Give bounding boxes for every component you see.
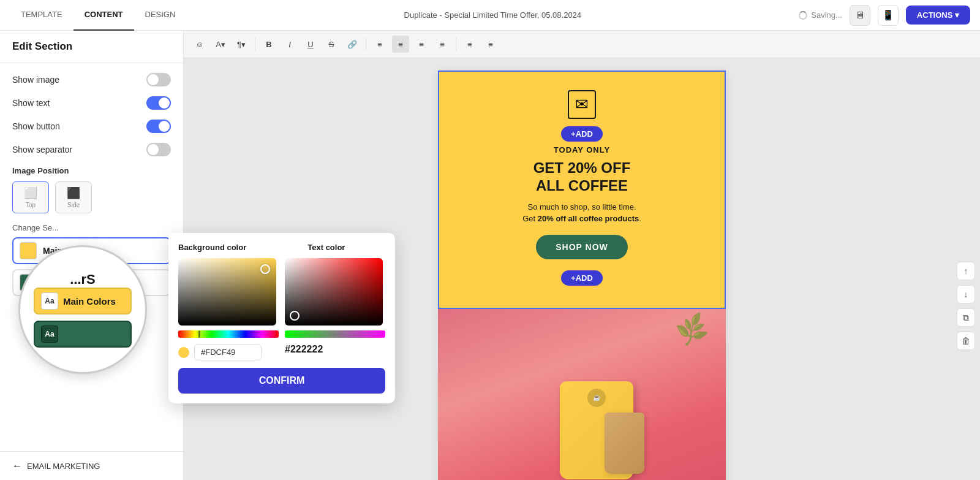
show-text-label: Show text — [12, 98, 50, 108]
bg-hex-input[interactable] — [194, 344, 262, 360]
show-image-label: Show image — [12, 75, 59, 85]
toolbar-bold-btn[interactable]: B — [260, 36, 277, 53]
sidebar: Edit Section Show image Show text Show b… — [0, 31, 184, 480]
add-btn-top-area: +ADD — [464, 123, 700, 145]
bg-color-input-row — [178, 344, 279, 360]
show-button-label: Show button — [12, 121, 60, 131]
color-gradients: #222222 — [178, 258, 385, 360]
image-pos-top-icon: ⬜ — [24, 186, 37, 200]
nav-copy-button[interactable]: ⧉ — [957, 308, 975, 327]
email-headline: GET 20% OFF ALL COFFEE — [464, 159, 700, 195]
text-saturation-strip[interactable] — [285, 330, 385, 338]
nav-up-button[interactable]: ↑ — [957, 262, 975, 280]
nav-down-button[interactable]: ↓ — [957, 285, 975, 303]
show-separator-label: Show separator — [12, 145, 72, 154]
toolbar-list-unordered-btn[interactable]: ≡ — [482, 36, 499, 53]
show-image-toggle[interactable] — [146, 73, 171, 86]
top-bar: TEMPLATE CONTENT DESIGN Duplicate - Spec… — [0, 0, 980, 31]
desktop-view-button[interactable]: 🖥 — [850, 5, 870, 26]
toolbar-divider-2 — [366, 38, 366, 50]
shop-now-button[interactable]: SHOP NOW — [536, 235, 628, 259]
canvas-navigation: ↑ ↓ ⧉ 🗑 — [952, 257, 980, 355]
email-body-text: So much to shop, so little time. Get 20%… — [464, 201, 700, 225]
text-hex-value: #222222 — [285, 344, 323, 355]
tab-design[interactable]: DESIGN — [134, 0, 187, 31]
main-colors-circle-overlay: ...rS Aa Main Colors Aa ... — [18, 245, 147, 374]
main-colors-swatch-box — [20, 242, 37, 259]
circle-aa-box-1: Aa — [41, 292, 58, 310]
tab-template[interactable]: TEMPLATE — [10, 0, 74, 31]
text-color-picker: #222222 — [285, 258, 385, 360]
show-button-toggle[interactable] — [146, 120, 171, 133]
confirm-button[interactable]: CONFIRM — [178, 368, 385, 394]
image-pos-top[interactable]: ⬜ Top — [12, 181, 49, 213]
text-color-input-row: #222222 — [285, 344, 385, 355]
toolbar-list-ordered-btn[interactable]: ≡ — [461, 36, 478, 53]
top-bar-right: Saving... 🖥 📱 ACTIONS ▾ — [799, 5, 970, 26]
image-pos-side-label: Side — [67, 202, 80, 208]
bg-picker-circle[interactable] — [260, 264, 270, 274]
editor-toolbar: ☺ A▾ ¶▾ B I U S 🔗 ≡ ≡ ≡ ≡ ≡ ≡ — [184, 31, 980, 58]
bg-color-dot — [178, 347, 189, 358]
email-pink-section: 🌿 🌸 🌼 ☕ — [438, 309, 726, 480]
bg-hue-strip[interactable] — [178, 330, 279, 338]
toolbar-underline-btn[interactable]: U — [302, 36, 319, 53]
product-cup — [605, 413, 644, 474]
toolbar-align-right-btn[interactable]: ≡ — [413, 36, 430, 53]
plant-decoration: 🌿 — [673, 310, 711, 348]
nav-delete-button[interactable]: 🗑 — [957, 332, 975, 350]
product-image: 🌿 🌸 🌼 ☕ — [438, 309, 726, 480]
image-pos-side-icon: ⬛ — [67, 186, 80, 200]
toolbar-italic-btn[interactable]: I — [281, 36, 298, 53]
top-bar-tabs: TEMPLATE CONTENT DESIGN — [10, 0, 186, 31]
circle-swatch-text-1: Main Colors — [63, 296, 116, 307]
text-picker-circle[interactable] — [290, 311, 300, 321]
color-picker-popup: Background color Text color — [168, 233, 395, 403]
circle-aa-box-2: Aa — [41, 326, 58, 343]
toolbar-divider-3 — [456, 38, 456, 50]
circle-swatch-2[interactable]: Aa ... — [34, 321, 132, 348]
toolbar-align-center-btn[interactable]: ≡ — [392, 36, 409, 53]
doc-title: Duplicate - Special Limited Time Offer, … — [404, 10, 582, 20]
saving-spinner — [799, 11, 807, 20]
image-pos-top-label: Top — [26, 202, 36, 208]
toolbar-align-justify-btn[interactable]: ≡ — [434, 36, 451, 53]
color-picker-header: Background color Text color — [178, 243, 385, 252]
email-icon-area: ✉ — [464, 90, 700, 119]
show-text-row: Show text — [12, 96, 171, 110]
toolbar-align-left-btn[interactable]: ≡ — [371, 36, 388, 53]
show-image-row: Show image — [12, 73, 171, 86]
toolbar-paragraph-btn[interactable]: ¶▾ — [233, 36, 250, 53]
bg-color-picker — [178, 258, 279, 360]
actions-button[interactable]: ACTIONS ▾ — [906, 6, 970, 25]
back-arrow-icon: ← — [12, 460, 22, 471]
bg-color-title: Background color — [178, 243, 246, 252]
toolbar-strikethrough-btn[interactable]: S — [323, 36, 340, 53]
mobile-view-button[interactable]: 📱 — [878, 5, 899, 26]
add-top-button[interactable]: +ADD — [561, 126, 603, 142]
show-button-row: Show button — [12, 120, 171, 133]
bg-gradient-box[interactable] — [178, 258, 276, 326]
email-yellow-section: ✉ +ADD TODAY ONLY GET 20% OFF ALL COFFEE — [438, 70, 726, 309]
image-position-options: ⬜ Top ⬛ Side — [12, 181, 171, 213]
today-label: TODAY ONLY — [464, 145, 700, 154]
circle-swatch-1[interactable]: Aa Main Colors — [34, 288, 132, 314]
add-bottom-button[interactable]: +ADD — [561, 270, 603, 286]
toolbar-link-btn[interactable]: 🔗 — [344, 36, 361, 53]
sidebar-bottom[interactable]: ← EMAIL MARKETING — [0, 451, 183, 480]
email-marketing-label: EMAIL MARKETING — [27, 462, 100, 471]
text-gradient-box[interactable] — [285, 258, 383, 326]
show-text-toggle[interactable] — [146, 96, 171, 110]
show-separator-toggle[interactable] — [146, 143, 171, 156]
toolbar-emoji-btn[interactable]: ☺ — [191, 36, 208, 53]
image-position-label: Image Position — [12, 166, 171, 175]
email-canvas: ✉ +ADD TODAY ONLY GET 20% OFF ALL COFFEE — [438, 70, 726, 480]
envelope-icon: ✉ — [568, 90, 596, 119]
toolbar-font-btn[interactable]: A▾ — [212, 36, 229, 53]
circle-partial-text: ...rS — [70, 272, 96, 288]
saving-status: Saving... — [799, 10, 842, 20]
toolbar-divider-1 — [255, 38, 255, 50]
image-pos-side[interactable]: ⬛ Side — [55, 181, 92, 213]
edit-section-title: Edit Section — [0, 31, 183, 63]
tab-content[interactable]: CONTENT — [74, 0, 134, 31]
